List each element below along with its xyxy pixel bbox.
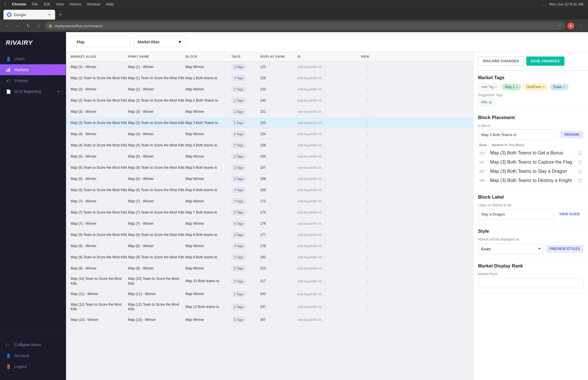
tag-totals[interactable]: Totals ✕ [550, 84, 568, 90]
tag-map1[interactable]: Map 1 ✕ [502, 84, 521, 90]
address-bar[interactable]: 🔒 rivalry.backoffice.com/search ☆ [45, 22, 565, 30]
row-menu-button[interactable]: ⋮ [361, 164, 375, 171]
block-row-action-icon[interactable]: ◫ [578, 150, 582, 156]
table-row[interactable]: Map (1) Team to Score the Most Kills Map… [66, 73, 473, 84]
block-name-input[interactable] [478, 129, 558, 140]
row-menu-button[interactable]: ⋮ [361, 176, 375, 182]
kills-suggested-tag[interactable]: Kills ⊕ [478, 99, 495, 106]
sidebar-item-promos[interactable]: 🏷 Promos [0, 75, 66, 86]
view-guide-button[interactable]: VIEW GUIDE [556, 210, 583, 218]
sidebar-item-aus-reporting[interactable]: 📄 AUS Reporting ▼ [0, 86, 66, 97]
tag-map1-remove-icon[interactable]: ✕ [516, 86, 518, 89]
row-menu-button[interactable]: ⋮ [361, 131, 375, 137]
help-menu[interactable]: Help [106, 2, 114, 6]
table-row[interactable]: Map (5) - Winner Map (5) - Winner Map Wi… [66, 151, 473, 162]
table-row[interactable]: Map (8) Team to Score the Most Kills Map… [66, 229, 473, 241]
cell-id: edfjr4aaa9483-4f... [297, 99, 361, 102]
row-menu-button[interactable]: ⋮ [361, 198, 375, 204]
table-row[interactable]: Map (2) Team to Score the Most Kills Map… [66, 95, 473, 106]
row-menu-button[interactable]: ⋮ [361, 254, 375, 260]
view-menu[interactable]: View [56, 2, 64, 6]
col-view: VIEW [361, 55, 375, 58]
window-menu[interactable]: Window [87, 2, 100, 6]
cell-id: edfjr4aaa9483-4f... [297, 267, 361, 270]
tag-odd-even[interactable]: Odd/Even ✕ [523, 84, 548, 90]
row-menu-button[interactable]: ⋮ [361, 108, 375, 115]
table-row[interactable]: Map (7) Team to Score the Most Kills Map… [66, 207, 473, 218]
table-row[interactable]: Map (11) - Winner Map (11) - Winner Map … [66, 289, 473, 300]
table-row[interactable]: Map (4) Team to Score the Most Kills Map… [66, 140, 473, 151]
table-row[interactable]: Map (4) - Winner Map (4) - Winner Map Wi… [66, 129, 473, 140]
block-row-action-icon[interactable]: ◫ [578, 159, 582, 165]
row-menu-button[interactable]: ⋮ [361, 86, 375, 92]
forward-button[interactable]: → [14, 22, 22, 30]
row-menu-button[interactable]: ⋮ [361, 243, 375, 249]
table-row[interactable]: Map (1) - Winner Map (1) - Winner Map Wi… [66, 61, 473, 73]
new-tab-button[interactable]: + [56, 11, 64, 19]
row-menu-button[interactable]: ⋮ [361, 153, 375, 160]
rename-button[interactable]: RENAME [560, 131, 583, 138]
sidebar-item-users[interactable]: 👤 Users [0, 53, 66, 64]
block-row-action-icon[interactable]: ◫ [578, 168, 582, 174]
table-row[interactable]: Map (2) - Winner Map (2) - Winner Map Wi… [66, 84, 473, 95]
table-row[interactable]: Map (6) Team to Score the Most Kills Map… [66, 185, 473, 196]
row-menu-button[interactable]: ⋮ [361, 209, 375, 216]
table-row[interactable]: Map (9) Team to Score the Most Kills Map… [66, 252, 473, 263]
save-changes-button[interactable]: SAVE CHANGES [526, 57, 564, 66]
row-menu-button[interactable]: ⋮ [361, 97, 375, 104]
block-row-action-icon[interactable]: ◫ [578, 178, 582, 183]
row-menu-button[interactable]: ⋮ [361, 187, 375, 193]
market-rank-input[interactable] [478, 278, 583, 288]
chrome-menu[interactable]: Chrome [12, 2, 26, 6]
table-row[interactable]: Map (6) - Winner Map (6) - Winner Map Wi… [66, 173, 473, 185]
row-menu-button[interactable]: ⋮ [361, 75, 375, 81]
reload-button[interactable]: ↻ [24, 22, 32, 30]
history-menu[interactable]: History [69, 2, 81, 6]
table-row[interactable]: Map (5) Team to Score the Most Kills Map… [66, 162, 473, 173]
tag-odd-even-remove-icon[interactable]: ✕ [543, 86, 545, 89]
kills-add-icon[interactable]: ⊕ [489, 100, 492, 104]
block-label-input[interactable] [478, 209, 554, 219]
sidebar-item-account[interactable]: 👤 Account [0, 350, 66, 361]
preview-styles-button[interactable]: PREVIEW STYLES [546, 245, 583, 253]
row-menu-button[interactable]: ⋮ [361, 142, 375, 148]
row-menu-button[interactable]: ⋮ [361, 291, 375, 297]
row-menu-button[interactable]: ⋮ [361, 265, 375, 272]
table-row[interactable]: Map (3) - Winner Map (3) - Winner Map Wi… [66, 106, 473, 117]
cell-tags: 3 Tags [231, 279, 260, 284]
row-menu-button[interactable]: ⋮ [361, 304, 375, 310]
bookmark-icon[interactable]: ☆ [558, 24, 562, 28]
menu-button[interactable]: ⋮ [577, 22, 585, 30]
add-tag-button[interactable]: Add Tag + [478, 84, 500, 90]
discard-changes-button[interactable]: DISCARD CHANGES [478, 57, 524, 66]
style-select[interactable]: Exact Approximate Range [478, 244, 544, 254]
file-menu[interactable]: File [32, 2, 38, 6]
sidebar-item-collapse[interactable]: |← Collapse Menu [0, 339, 66, 350]
table-row[interactable]: Map (8) - Winner Map (8) - Winner Map Wi… [66, 241, 473, 252]
table-row[interactable]: Map (10) Team to Score the Most Kills Ma… [66, 274, 473, 289]
table-row[interactable]: Map (12) Team to Score the Most Kills Ma… [66, 300, 473, 315]
market-alias-dropdown[interactable]: Market Alias ▼ [134, 37, 185, 47]
table-row[interactable]: Map (9) - Winner Map (9) - Winner Map Wi… [66, 263, 473, 274]
sidebar-item-logout[interactable]: 🚪 Logout [0, 361, 66, 372]
table-row[interactable]: Map (7) - Winner Map (7) - Winner Map Wi… [66, 218, 473, 229]
row-menu-button[interactable]: ⋮ [361, 278, 375, 284]
home-button[interactable]: ⌂ [34, 22, 42, 30]
browser-tab[interactable]: Google ✕ [3, 10, 55, 20]
row-menu-button[interactable]: ⋮ [361, 232, 375, 238]
row-menu-button[interactable]: ⋮ [361, 220, 375, 227]
row-menu-button[interactable]: ⋮ [361, 317, 375, 323]
profile-avatar[interactable]: A [567, 22, 574, 29]
tag-totals-remove-icon[interactable]: ✕ [563, 86, 565, 89]
sidebar-item-markets[interactable]: Markets [0, 64, 66, 75]
table-row[interactable]: Map (13) - Winner Map (13) - Winner Map … [66, 314, 473, 325]
row-menu-button[interactable]: ⋮ [361, 64, 375, 70]
row-menu-button[interactable]: ⋮ [361, 120, 375, 126]
search-input[interactable] [73, 37, 130, 47]
table-row[interactable]: Map (3) Team to Score the Most Kills Map… [66, 117, 473, 129]
table-row[interactable]: Map (7) - Winner Map (7) - Winner Map Wi… [66, 196, 473, 207]
cell-tags: 2 Tags [231, 98, 260, 103]
tab-close-button[interactable]: ✕ [47, 12, 52, 17]
edit-menu[interactable]: Edit [44, 2, 50, 6]
back-button[interactable]: ← [3, 22, 11, 30]
